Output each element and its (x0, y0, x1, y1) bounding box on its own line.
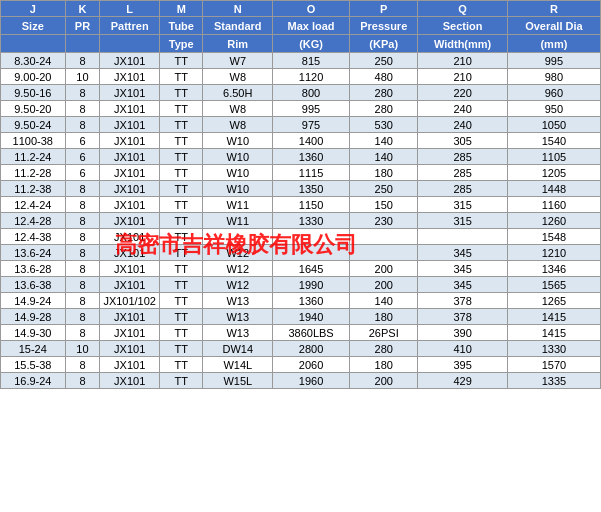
table-cell: 305 (418, 133, 507, 149)
table-cell: 11.2-24 (1, 149, 66, 165)
table-cell: 1548 (507, 229, 600, 245)
table-cell: 315 (418, 197, 507, 213)
table-cell: 140 (350, 149, 418, 165)
header-pressure: Pressure (350, 17, 418, 35)
table-cell: 285 (418, 165, 507, 181)
table-cell: 1415 (507, 309, 600, 325)
table-cell: JX101 (100, 117, 160, 133)
table-cell: 8 (65, 181, 100, 197)
table-row: 15.5-388JX101TTW14L20601803951570 (1, 357, 601, 373)
header-dia-mm-unit: (mm) (507, 35, 600, 53)
table-cell: JX101 (100, 101, 160, 117)
table-cell: 15-24 (1, 341, 66, 357)
table-cell: JX101 (100, 261, 160, 277)
table-cell: 1960 (273, 373, 350, 389)
table-cell: W11 (203, 197, 273, 213)
table-cell: W13 (203, 309, 273, 325)
col-j-letter: J (1, 1, 66, 17)
table-cell: 8 (65, 373, 100, 389)
table-cell: W15L (203, 373, 273, 389)
table-cell: JX101 (100, 245, 160, 261)
table-row: 14.9-248JX101/102TTW1313601403781265 (1, 293, 601, 309)
table-cell: 1415 (507, 325, 600, 341)
table-cell: JX101 (100, 181, 160, 197)
table-cell: TT (160, 53, 203, 69)
table-cell: 250 (350, 53, 418, 69)
header-pr-unit (65, 35, 100, 53)
table-cell: 1265 (507, 293, 600, 309)
table-cell: 980 (507, 69, 600, 85)
col-m-letter: M (160, 1, 203, 17)
table-cell: TT (160, 165, 203, 181)
table-cell: 8 (65, 357, 100, 373)
column-names-row: Size PR Pattren Tube Standard Max load P… (1, 17, 601, 35)
table-cell: 2060 (273, 357, 350, 373)
table-cell: TT (160, 149, 203, 165)
table-cell: W10 (203, 133, 273, 149)
table-cell (350, 245, 418, 261)
table-cell: 8 (65, 325, 100, 341)
table-cell: JX101 (100, 133, 160, 149)
table-cell: 9.50-20 (1, 101, 66, 117)
header-pattren-unit (100, 35, 160, 53)
table-cell: W10 (203, 165, 273, 181)
header-section-width: Section (418, 17, 507, 35)
table-row: 15-2410JX101TTDW1428002804101330 (1, 341, 601, 357)
table-cell: 8.30-24 (1, 53, 66, 69)
table-cell: W13 (203, 293, 273, 309)
table-cell: 8 (65, 85, 100, 101)
table-cell: TT (160, 277, 203, 293)
table-cell: 1120 (273, 69, 350, 85)
table-cell (273, 245, 350, 261)
table-cell: JX101 (100, 69, 160, 85)
header-tube-type-unit: Type (160, 35, 203, 53)
table-cell: 15.5-38 (1, 357, 66, 373)
table-cell: TT (160, 69, 203, 85)
table-cell: 1645 (273, 261, 350, 277)
table-cell: 8 (65, 213, 100, 229)
col-q-letter: Q (418, 1, 507, 17)
table-cell: 140 (350, 293, 418, 309)
table-cell: 1150 (273, 197, 350, 213)
table-cell: 285 (418, 149, 507, 165)
table-cell: 11.2-28 (1, 165, 66, 181)
table-cell: 14.9-28 (1, 309, 66, 325)
table-cell: 1990 (273, 277, 350, 293)
col-n-letter: N (203, 1, 273, 17)
table-cell: 1105 (507, 149, 600, 165)
table-cell: 1350 (273, 181, 350, 197)
table-cell: W12 (203, 245, 273, 261)
table-cell: TT (160, 197, 203, 213)
table-cell: 13.6-38 (1, 277, 66, 293)
table-cell: 480 (350, 69, 418, 85)
table-row: 13.6-388JX101TTW1219902003451565 (1, 277, 601, 293)
table-cell: 220 (418, 85, 507, 101)
table-cell: 14.9-24 (1, 293, 66, 309)
table-cell: 13.6-24 (1, 245, 66, 261)
table-cell: 9.00-20 (1, 69, 66, 85)
table-row: 16.9-248JX101TTW15L19602004291335 (1, 373, 601, 389)
table-cell: 950 (507, 101, 600, 117)
col-k-letter: K (65, 1, 100, 17)
table-cell: 960 (507, 85, 600, 101)
table-cell: 995 (273, 101, 350, 117)
table-cell: 1940 (273, 309, 350, 325)
header-tube-type: Tube (160, 17, 203, 35)
table-cell: TT (160, 357, 203, 373)
table-cell: 8 (65, 245, 100, 261)
table-cell: W8 (203, 101, 273, 117)
header-standard-rim: Standard (203, 17, 273, 35)
table-cell: 429 (418, 373, 507, 389)
table-cell: JX101 (100, 277, 160, 293)
table-cell: JX101 (100, 229, 160, 245)
table-cell: 180 (350, 357, 418, 373)
table-cell: 12.4-24 (1, 197, 66, 213)
table-cell: 1360 (273, 149, 350, 165)
table-cell: TT (160, 325, 203, 341)
table-cell: 250 (350, 181, 418, 197)
table-cell: TT (160, 85, 203, 101)
table-cell: 8 (65, 53, 100, 69)
table-row: 12.4-248JX101TTW1111501503151160 (1, 197, 601, 213)
table-cell: 8 (65, 293, 100, 309)
table-row: 9.50-168JX101TT6.50H800280220960 (1, 85, 601, 101)
